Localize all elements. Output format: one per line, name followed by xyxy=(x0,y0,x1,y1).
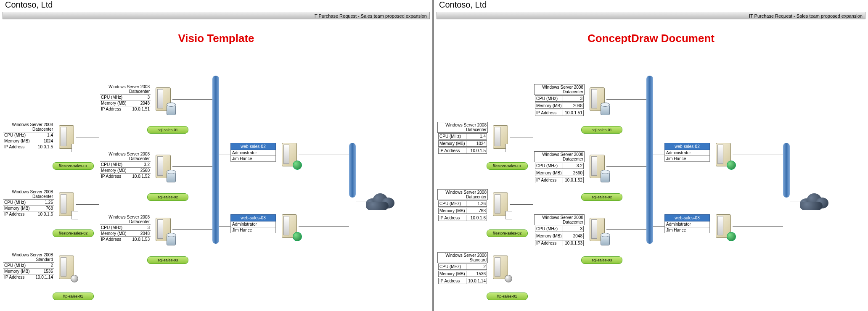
spec-sql-03: Windows Server 2008Datacenter CPU (MHz)3… xyxy=(534,214,585,247)
server-icon xyxy=(282,214,299,240)
label-sql-01: sql-sales-01 xyxy=(147,126,188,134)
spec-sql-02: Windows Server 2008Datacenter CPU (MHz)3… xyxy=(100,151,151,179)
label-filestore-02: filestore-sales-02 xyxy=(53,229,94,237)
server-icon xyxy=(716,214,733,240)
spec-filestore-02: Windows Server 2008Datacenter CPU (MHz)1… xyxy=(3,189,54,217)
server-icon xyxy=(716,143,733,168)
server-icon xyxy=(282,143,299,168)
server-icon xyxy=(59,256,76,281)
spec-filestore-01: Windows Server 2008Datacenter CPU (MHz)1… xyxy=(437,122,488,154)
spec-ftp-01: Windows Server 2008Standard CPU (MHz)2 M… xyxy=(3,252,54,280)
spec-filestore-02: Windows Server 2008Datacenter CPU (MHz)1… xyxy=(437,189,488,221)
spec-ftp-01: Windows Server 2008Standard CPU (MHz)2 M… xyxy=(437,252,488,285)
server-icon xyxy=(590,218,606,243)
server-icon xyxy=(59,125,76,150)
web-box-02: web-sales-02 Administrator Jim Hance xyxy=(230,143,276,162)
server-icon xyxy=(156,218,172,243)
spec-sql-01: Windows Server 2008Datacenter CPU (MHz)3… xyxy=(100,84,151,112)
server-icon xyxy=(493,125,510,150)
backbone-rod-a xyxy=(212,76,219,244)
spec-sql-01: Windows Server 2008Datacenter CPU (MHz)3… xyxy=(534,84,585,116)
label-sql-03: sql-sales-03 xyxy=(581,256,622,264)
label-filestore-01: filestore-sales-01 xyxy=(53,162,94,170)
web-box-02: web-sales-02 Administrator Jim Hance xyxy=(664,143,710,162)
cloud-icon xyxy=(800,193,828,210)
server-icon xyxy=(493,192,510,218)
web-box-03: web-sales-03 Administrator Jim Hance xyxy=(230,214,276,233)
backbone-rod-b xyxy=(349,143,356,198)
label-filestore-02: filestore-sales-02 xyxy=(487,229,528,237)
server-icon xyxy=(590,87,606,113)
label-filestore-01: filestore-sales-01 xyxy=(487,162,528,170)
label-sql-02: sql-sales-02 xyxy=(147,193,188,201)
spec-sql-02: Windows Server 2008Datacenter CPU (MHz)3… xyxy=(534,151,585,184)
spec-filestore-01: Windows Server 2008Datacenter CPU (MHz)1… xyxy=(3,122,54,150)
label-sql-03: sql-sales-03 xyxy=(147,256,188,264)
backbone-rod-b xyxy=(783,143,790,198)
label-ftp-01: ftp-sales-01 xyxy=(487,293,528,300)
diagram-canvas-right: Windows Server 2008Datacenter CPU (MHz)1… xyxy=(434,0,868,311)
web-box-03: web-sales-03 Administrator Jim Hance xyxy=(664,214,710,233)
label-sql-02: sql-sales-02 xyxy=(581,193,622,201)
server-icon xyxy=(156,155,172,180)
server-icon xyxy=(156,87,172,113)
spec-sql-03: Windows Server 2008Datacenter CPU (MHz)3… xyxy=(100,214,151,242)
backbone-rod-a xyxy=(646,76,653,244)
diagram-canvas-left: Windows Server 2008Datacenter CPU (MHz)1… xyxy=(0,0,432,311)
server-icon xyxy=(59,192,76,218)
label-ftp-01: ftp-sales-01 xyxy=(53,293,94,300)
server-icon xyxy=(493,256,510,281)
server-icon xyxy=(590,155,606,180)
cloud-icon xyxy=(366,193,394,210)
label-sql-01: sql-sales-01 xyxy=(581,126,622,134)
